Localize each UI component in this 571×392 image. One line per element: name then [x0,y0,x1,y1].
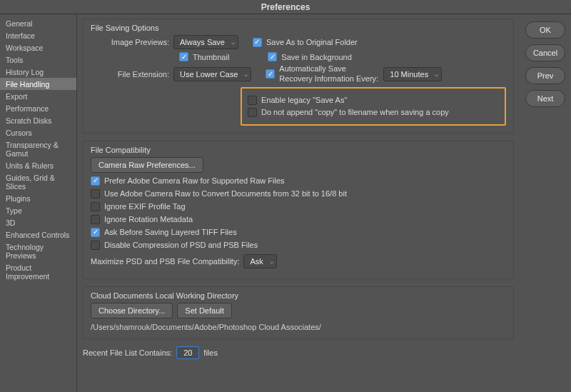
checkbox-no-append-copy[interactable] [248,108,257,117]
sidebar-item-type[interactable]: Type [0,204,76,216]
select-auto-save-interval[interactable]: 10 Minutes ⌵ [383,67,442,81]
label-maximize-compat: Maximize PSD and PSB File Compatibility: [91,257,239,266]
sidebar: GeneralInterfaceWorkspaceToolsHistory Lo… [0,14,77,392]
sidebar-item-units-rulers[interactable]: Units & Rulers [0,159,76,171]
sidebar-item-transparency-gamut[interactable]: Transparency & Gamut [0,139,76,159]
prev-button[interactable]: Prev [525,67,565,84]
cloud-path-text: /Users/shamrouk/Documents/Adobe/Photosho… [91,323,506,331]
checkbox-prefer-raw[interactable] [91,176,100,186]
label-save-original-folder: Save As to Original Folder [266,38,358,46]
group-title-file-compat: File Compatibility [88,146,506,154]
next-button[interactable]: Next [525,90,565,107]
sidebar-item-cursors[interactable]: Cursors [0,126,76,139]
label-ignore-rotation: Ignore Rotation Metadata [104,215,193,223]
checkbox-auto-save[interactable] [266,69,275,79]
sidebar-item-interface[interactable]: Interface [0,29,76,41]
select-file-extension[interactable]: Use Lower Case ⌵ [173,67,251,81]
sidebar-item-enhanced-controls[interactable]: Enhanced Controls [0,228,76,241]
label-file-extension: File Extension: [91,70,169,79]
chevron-down-icon: ⌵ [435,71,438,78]
content-pane: File Saving Options Image Previews: Alwa… [77,14,520,392]
label-recent-files-post: files [203,348,218,357]
label-image-previews: Image Previews: [91,38,169,46]
label-ignore-exif: Ignore EXIF Profile Tag [104,202,186,211]
chevron-down-icon: ⌵ [231,39,235,46]
group-file-saving: File Saving Options Image Previews: Alwa… [83,19,514,134]
group-cloud-docs: Cloud Documents Local Working Directory … [83,286,514,339]
input-recent-file-count[interactable] [176,346,199,359]
checkbox-ignore-rotation[interactable] [91,215,100,224]
checkbox-convert-32[interactable] [91,189,100,198]
label-disable-compression: Disable Compression of PSD and PSB Files [104,241,258,249]
select-image-previews[interactable]: Always Save ⌵ [173,35,238,49]
sidebar-item-technology-previews[interactable]: Technology Previews [0,241,76,261]
checkbox-thumbnail[interactable] [179,52,188,61]
button-choose-directory[interactable]: Choose Directory... [91,303,173,318]
window-title: Preferences [0,0,571,14]
checkbox-ask-tiff[interactable] [91,228,100,237]
sidebar-item-general[interactable]: General [0,17,76,29]
label-auto-save: Automatically Save Recovery Information … [279,64,379,84]
select-maximize-compat[interactable]: Ask ⌵ [243,254,276,268]
sidebar-item-history-log[interactable]: History Log [0,66,76,78]
sidebar-item-export[interactable]: Export [0,90,76,102]
label-thumbnail: Thumbnail [193,53,229,61]
label-recent-files-pre: Recent File List Contains: [83,348,172,357]
checkbox-disable-compression[interactable] [91,241,100,250]
label-prefer-raw: Prefer Adobe Camera Raw for Supported Ra… [104,176,285,185]
sidebar-item-performance[interactable]: Performance [0,102,76,114]
dialog-buttons: OK Cancel Prev Next [520,14,571,392]
chevron-down-icon: ⌵ [270,258,273,265]
group-title-file-saving: File Saving Options [88,24,506,32]
sidebar-item-product-improvement[interactable]: Product Improvement [0,261,76,282]
highlight-legacy-options: Enable legacy "Save As" Do not append "c… [241,87,506,126]
ok-button[interactable]: OK [525,21,565,39]
sidebar-item-file-handling[interactable]: File Handling [0,78,76,90]
group-title-cloud-docs: Cloud Documents Local Working Directory [88,291,506,300]
button-camera-raw-prefs[interactable]: Camera Raw Preferences... [91,157,203,173]
main-layout: GeneralInterfaceWorkspaceToolsHistory Lo… [0,14,571,392]
sidebar-item-guides-grid-slices[interactable]: Guides, Grid & Slices [0,171,76,192]
checkbox-ignore-exif[interactable] [91,202,100,211]
checkbox-save-original-folder[interactable] [253,38,262,47]
sidebar-item-3d[interactable]: 3D [0,216,76,228]
sidebar-item-plugins[interactable]: Plugins [0,192,76,204]
label-ask-tiff: Ask Before Saving Layered TIFF Files [104,228,237,236]
label-legacy-save-as: Enable legacy "Save As" [261,96,347,104]
chevron-down-icon: ⌵ [244,71,248,78]
checkbox-save-background[interactable] [268,52,277,61]
sidebar-item-workspace[interactable]: Workspace [0,41,76,54]
button-set-default[interactable]: Set Default [177,303,231,318]
cancel-button[interactable]: Cancel [525,44,565,61]
label-no-append-copy: Do not append "copy" to filename when sa… [261,108,449,116]
group-file-compat: File Compatibility Camera Raw Preference… [83,141,514,279]
checkbox-legacy-save-as[interactable] [248,96,257,105]
label-save-background: Save in Background [281,53,351,61]
sidebar-item-tools[interactable]: Tools [0,54,76,66]
sidebar-item-scratch-disks[interactable]: Scratch Disks [0,114,76,126]
label-convert-32: Use Adobe Camera Raw to Convert Document… [104,189,347,198]
